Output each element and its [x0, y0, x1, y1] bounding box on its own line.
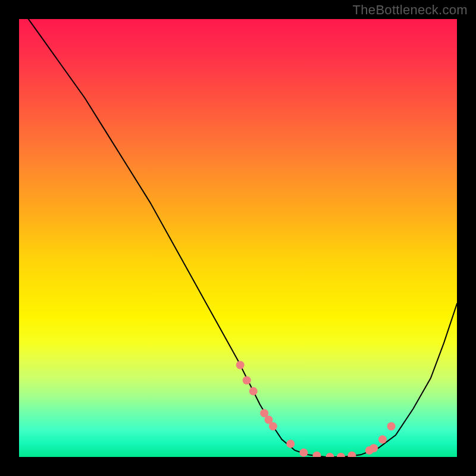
- data-point: [243, 376, 251, 384]
- data-point: [236, 361, 245, 369]
- data-point: [249, 387, 258, 396]
- data-point: [337, 453, 345, 457]
- chart-svg-layer: [19, 19, 457, 457]
- data-point: [326, 453, 334, 457]
- data-point: [378, 436, 387, 444]
- watermark-text: TheBottleneck.com: [353, 2, 468, 18]
- data-point: [286, 440, 295, 448]
- data-point: [347, 452, 356, 457]
- highlighted-points: [236, 361, 396, 457]
- data-point: [312, 452, 321, 457]
- data-point: [387, 422, 396, 430]
- data-point: [369, 444, 378, 452]
- chart-plot-area: [19, 19, 457, 457]
- data-point: [269, 422, 277, 430]
- bottleneck-curve: [19, 19, 457, 457]
- data-point: [299, 449, 308, 457]
